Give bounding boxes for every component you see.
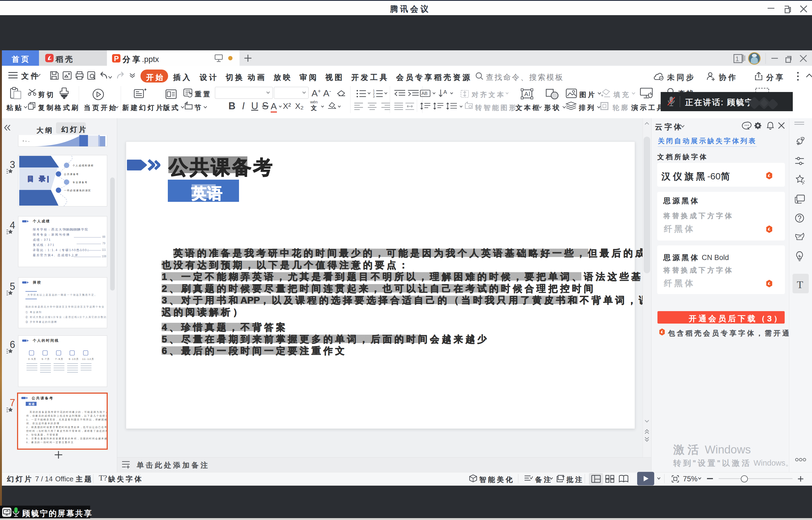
svg-text:A: A: [524, 90, 528, 97]
svg-text:AB: AB: [422, 91, 428, 96]
svg-text:A: A: [443, 89, 447, 95]
svg-text:3: 3: [373, 95, 375, 98]
